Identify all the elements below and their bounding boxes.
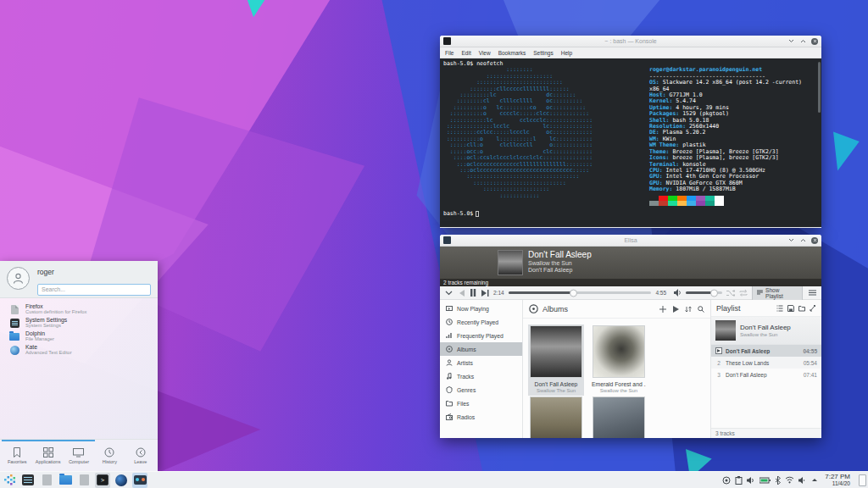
minimize-icon[interactable] — [787, 237, 794, 244]
next-track-icon[interactable] — [481, 290, 489, 297]
expand-tray-icon[interactable] — [811, 478, 818, 482]
album-cover[interactable] — [593, 325, 645, 378]
konsole-titlebar[interactable]: ~ : bash — Konsole — [440, 36, 821, 47]
terminal-color-palette-row2 — [649, 201, 818, 206]
volume-slider[interactable] — [686, 291, 722, 294]
close-icon[interactable] — [811, 38, 818, 45]
progress-slider-handle[interactable] — [570, 289, 577, 297]
playlist-track-row[interactable]: 2 These Low Lands 05:54 — [711, 357, 821, 369]
user-avatar[interactable] — [7, 267, 30, 290]
album-card[interactable]: Forgive Her... Swallow The Sun — [528, 396, 584, 438]
terminal-output[interactable]: bash-5.0$ neofetch :::::::: ::::::::::::… — [440, 58, 821, 227]
tab-applications[interactable]: Applications — [33, 447, 64, 464]
taskbar-item-document[interactable] — [76, 473, 92, 488]
album-card[interactable]: Don't Fall Asleep Swallow The Sun — [528, 324, 584, 396]
taskbar-item-elisa[interactable] — [132, 473, 147, 488]
sidebar-item-frequently-played[interactable]: Frequently Played — [440, 329, 522, 342]
album-grid: Don't Fall Asleep Swallow The Sun Emeral… — [523, 319, 710, 438]
playlist-track-row[interactable]: 3 Don't Fall Asleep 07:41 — [711, 369, 821, 380]
launcher-favorites-list: FirefoxCustom definition for Firefox Sys… — [0, 298, 158, 439]
slackware-ascii-logo: :::::::: :::::::::::::::::::: ::::::::::… — [443, 67, 649, 205]
taskbar-item-system-settings[interactable] — [20, 473, 36, 488]
sidebar-item-tracks[interactable]: Tracks — [440, 369, 522, 383]
play-all-icon[interactable] — [672, 306, 679, 313]
terminal-scrollbar[interactable] — [818, 62, 821, 113]
clock-widget[interactable]: 7:27 PM 11/4/20 — [825, 474, 850, 487]
favorite-item-dolphin[interactable]: DolphinFile Manager — [0, 330, 158, 343]
menu-bookmarks[interactable]: Bookmarks — [498, 50, 526, 56]
tab-history[interactable]: History — [94, 447, 125, 464]
hamburger-menu-icon[interactable] — [809, 290, 816, 296]
clipboard-icon[interactable] — [735, 476, 743, 485]
wifi-icon[interactable] — [785, 476, 794, 484]
tab-computer[interactable]: Computer — [64, 447, 94, 464]
sidebar-item-recently-played[interactable]: Recently Played — [440, 315, 522, 329]
collapse-header-icon[interactable] — [445, 291, 453, 296]
menu-view[interactable]: View — [479, 50, 491, 56]
repeat-icon[interactable] — [739, 290, 748, 297]
favorite-item-system-settings[interactable]: System SettingsSystem Settings — [0, 316, 158, 330]
volume-slider-handle[interactable] — [710, 289, 718, 297]
menu-help[interactable]: Help — [561, 50, 572, 56]
playlist-folder-icon[interactable] — [798, 305, 805, 312]
playlist-list-icon[interactable] — [776, 305, 783, 312]
sidebar-item-genres[interactable]: Genres — [440, 383, 522, 396]
sidebar-item-artists[interactable]: Artists — [440, 356, 522, 369]
sidebar-item-albums[interactable]: Albums — [440, 342, 522, 356]
sort-icon[interactable] — [685, 306, 692, 313]
maximize-icon[interactable] — [799, 237, 806, 244]
desktop: ~ : bash — Konsole File Edit View Bookma… — [0, 0, 868, 488]
sidebar-item-radios[interactable]: Radios — [440, 410, 522, 424]
microphone-volume-icon[interactable] — [798, 476, 807, 485]
clock-icon — [446, 319, 453, 325]
volume-icon[interactable] — [674, 289, 682, 297]
shuffle-icon[interactable] — [726, 290, 735, 297]
taskbar-item-browser[interactable] — [114, 473, 129, 488]
elisa-titlebar[interactable]: Elisa — [440, 235, 821, 247]
playing-indicator-icon — [715, 347, 722, 354]
album-card[interactable]: Emerald Forest and ... Swallow the Sun — [591, 324, 647, 396]
search-icon[interactable] — [698, 306, 704, 313]
close-icon[interactable] — [811, 237, 818, 244]
kate-icon — [9, 345, 19, 355]
favorite-item-firefox[interactable]: FirefoxCustom definition for Firefox — [0, 302, 158, 316]
playlist-now-playing: Don't Fall Asleep Swallow the Sun — [711, 317, 821, 345]
taskbar-item-konsole[interactable]: > — [95, 473, 110, 488]
search-input[interactable] — [37, 284, 151, 296]
konsole-menubar: File Edit View Bookmarks Settings Help — [440, 47, 821, 58]
menu-settings[interactable]: Settings — [533, 50, 554, 56]
show-desktop-button[interactable] — [859, 474, 866, 486]
media-player-tray-icon[interactable] — [722, 476, 731, 485]
album-card[interactable] — [591, 396, 647, 438]
menu-file[interactable]: File — [445, 50, 453, 56]
albums-view-header: Albums — [523, 300, 710, 319]
favorite-item-kate[interactable]: KateAdvanced Text Editor — [0, 343, 158, 357]
album-cover[interactable] — [593, 396, 645, 438]
progress-slider[interactable] — [509, 291, 652, 294]
minimize-icon[interactable] — [787, 38, 794, 45]
playlist-save-icon[interactable] — [787, 305, 794, 312]
application-launcher-popup: roger FirefoxCustom definition for Firef… — [0, 261, 158, 471]
album-cover[interactable] — [530, 396, 582, 438]
document-icon — [42, 474, 52, 485]
volume-icon[interactable] — [747, 476, 755, 485]
playlist-track-row[interactable]: Don't Fall Asleep 04:55 — [711, 345, 821, 357]
sidebar-item-files[interactable]: Files — [440, 396, 522, 410]
sidebar-item-now-playing[interactable]: Now Playing — [440, 302, 522, 315]
tab-favorites[interactable]: Favorites — [2, 447, 32, 464]
playlist-clear-icon[interactable] — [810, 305, 816, 312]
app-launcher-button[interactable] — [2, 473, 17, 488]
menu-edit[interactable]: Edit — [461, 50, 470, 56]
show-playlist-button[interactable]: Show Playlist — [752, 285, 803, 302]
bluetooth-icon[interactable] — [775, 476, 781, 485]
battery-icon[interactable] — [760, 477, 771, 484]
previous-track-icon[interactable] — [457, 290, 465, 297]
taskbar-item-dolphin[interactable] — [58, 473, 73, 488]
add-icon[interactable] — [659, 306, 666, 313]
now-playing-album-art — [498, 250, 523, 275]
maximize-icon[interactable] — [799, 38, 806, 45]
album-cover[interactable] — [530, 325, 582, 378]
taskbar-item-document[interactable] — [39, 473, 54, 488]
tab-leave[interactable]: Leave — [125, 447, 156, 464]
pause-icon[interactable] — [470, 289, 476, 297]
